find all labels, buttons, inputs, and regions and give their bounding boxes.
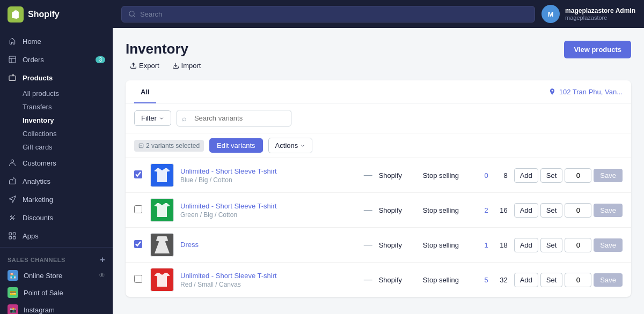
svg-rect-6	[9, 236, 12, 239]
deselect-button[interactable]: 2 variants selected	[134, 140, 204, 152]
channel-4: Shopify	[379, 276, 416, 284]
sidebar-item-analytics[interactable]: Analytics	[0, 172, 113, 190]
add-button-2[interactable]: Add	[514, 203, 538, 218]
main-area: M mageplazastore Admin mageplazastore In…	[113, 0, 644, 314]
admin-name: mageplazastore Admin	[565, 7, 635, 14]
svg-point-1	[11, 160, 13, 162]
sidebar-logo[interactable]: Shopify	[0, 0, 113, 29]
inventory-card: All 102 Tran Phu, Van... Filter ⌕	[126, 80, 631, 297]
row-checkbox-4[interactable]	[134, 275, 144, 285]
row-actions-3: Add Set Save	[514, 238, 623, 252]
sidebar-item-orders[interactable]: Orders 3	[0, 50, 113, 69]
search-icon	[128, 10, 136, 18]
admin-store: mageplazastore	[565, 14, 635, 21]
channel-3: Shopify	[379, 241, 416, 249]
status-4: Stop selling	[423, 276, 471, 284]
sidebar-item-label: Customers	[23, 159, 56, 167]
actions-button[interactable]: Actions	[268, 138, 313, 153]
save-button-4[interactable]: Save	[594, 273, 623, 287]
row-checkbox-3[interactable]	[134, 240, 144, 250]
table-row: Dress — Shopify Stop selling 1 18 Add Se…	[126, 228, 631, 263]
product-variant-4: Red / Small / Canvas	[180, 281, 357, 288]
admin-area[interactable]: M mageplazastore Admin mageplazastore	[541, 5, 635, 23]
orders-icon	[8, 55, 17, 64]
import-button[interactable]: Import	[168, 59, 206, 72]
submenu-gift-cards[interactable]: Gift cards	[23, 140, 113, 154]
location-selector[interactable]: 102 Tran Phu, Van...	[548, 88, 623, 96]
apps-icon	[8, 231, 17, 241]
view-products-button[interactable]: View products	[564, 41, 631, 58]
filter-button[interactable]: Filter	[134, 110, 171, 126]
minus-icon	[138, 143, 144, 148]
sidebar-item-apps[interactable]: Apps	[0, 227, 113, 245]
add-sales-channel-icon[interactable]: +	[100, 255, 105, 265]
page-title: Inventory	[126, 41, 205, 57]
submenu-collections[interactable]: Collections	[23, 127, 113, 140]
qty-input-1[interactable]	[565, 168, 591, 183]
set-button-3[interactable]: Set	[540, 238, 563, 252]
qty-input-2[interactable]	[565, 203, 591, 218]
product-link-4[interactable]: Unlimited - Short Sleeve T-shirt	[180, 272, 357, 280]
sidebar-item-customers[interactable]: Customers	[0, 154, 113, 172]
products-icon	[8, 73, 17, 83]
export-button[interactable]: Export	[126, 59, 164, 72]
sidebar-item-home[interactable]: Home	[0, 32, 113, 50]
sidebar-item-products[interactable]: Products	[0, 69, 113, 87]
page-actions: Export Import	[126, 59, 205, 72]
svg-rect-5	[13, 233, 16, 235]
status-1: Stop selling	[423, 171, 471, 180]
topnav: M mageplazastore Admin mageplazastore	[113, 0, 644, 28]
search-bar[interactable]	[121, 6, 535, 23]
marketing-icon	[8, 195, 17, 204]
product-link-1[interactable]: Unlimited - Short Sleeve T-shirt	[180, 167, 357, 175]
submenu-all-products[interactable]: All products	[23, 87, 113, 100]
sales-channel-instagram[interactable]: 📸 Instagram	[0, 301, 113, 314]
row-actions-2: Add Set Save	[514, 203, 623, 218]
status-2: Stop selling	[423, 206, 471, 214]
discounts-icon	[8, 213, 17, 222]
product-link-3[interactable]: Dress	[180, 241, 357, 249]
content-area: Inventory Export Import View products	[113, 28, 644, 314]
row-checkbox-1[interactable]	[134, 170, 144, 181]
row-checkbox-2[interactable]	[134, 205, 144, 215]
save-button-3[interactable]: Save	[594, 238, 623, 252]
sidebar-item-label: Home	[23, 38, 41, 46]
search-variants-wrap: ⌕	[177, 110, 623, 126]
set-button-1[interactable]: Set	[540, 168, 563, 183]
product-name-1: Unlimited - Short Sleeve T-shirt Blue / …	[180, 167, 357, 184]
svg-point-3	[13, 218, 14, 220]
inventory-table: Unlimited - Short Sleeve T-shirt Blue / …	[126, 158, 631, 297]
search-input[interactable]	[140, 10, 528, 18]
add-button-4[interactable]: Add	[514, 273, 538, 287]
save-button-2[interactable]: Save	[594, 204, 623, 217]
add-button-1[interactable]: Add	[514, 168, 538, 183]
edit-variants-button[interactable]: Edit variants	[209, 138, 263, 153]
product-link-2[interactable]: Unlimited - Short Sleeve T-shirt	[180, 202, 357, 210]
pos-icon: 💳	[8, 287, 18, 298]
dash-1: —	[364, 170, 372, 180]
qty-input-4[interactable]	[565, 273, 591, 287]
set-button-2[interactable]: Set	[540, 203, 563, 218]
sidebar-item-discounts[interactable]: Discounts	[0, 208, 113, 227]
sidebar-item-marketing[interactable]: Marketing	[0, 190, 113, 208]
product-variant-1: Blue / Big / Cotton	[180, 176, 357, 184]
search-variants-input[interactable]	[177, 110, 291, 126]
set-button-4[interactable]: Set	[540, 273, 563, 287]
visibility-icon[interactable]: 👁	[99, 272, 105, 279]
tab-all[interactable]: All	[134, 80, 156, 103]
svg-rect-4	[9, 233, 12, 235]
submenu-transfers[interactable]: Transfers	[23, 100, 113, 114]
channel-2: Shopify	[379, 206, 416, 214]
sales-channel-online-store[interactable]: 🏪 Online Store 👁	[0, 267, 113, 284]
product-thumbnail-4	[150, 268, 174, 291]
qty-input-3[interactable]	[565, 238, 591, 252]
save-button-1[interactable]: Save	[594, 169, 623, 182]
sidebar-item-label: Products	[23, 74, 53, 82]
avatar: M	[541, 5, 560, 23]
channel-1: Shopify	[379, 171, 416, 180]
available-1: 8	[495, 171, 508, 180]
sales-channel-pos[interactable]: 💳 Point of Sale	[0, 284, 113, 301]
submenu-inventory[interactable]: Inventory	[23, 114, 113, 127]
add-button-3[interactable]: Add	[514, 238, 538, 252]
product-thumbnail-1	[150, 163, 174, 187]
